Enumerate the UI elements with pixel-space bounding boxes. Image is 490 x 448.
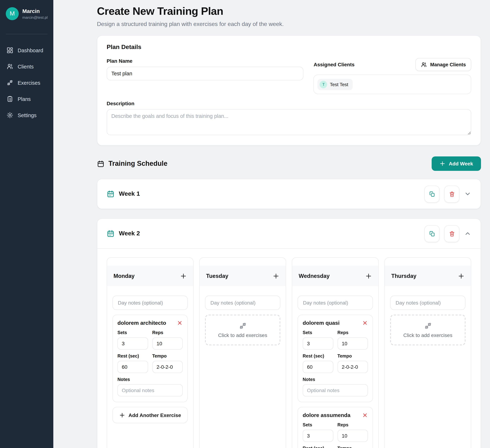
tempo-label: Tempo	[337, 446, 368, 448]
tempo-label: Tempo	[337, 354, 368, 359]
exercise-name: dolorem quasi	[303, 320, 340, 326]
exercise-card: dolorem architecto Sets Reps Rest (sec) …	[112, 315, 188, 402]
exercise-card: dolorem quasi Sets Reps Rest (sec) Tempo…	[298, 315, 373, 402]
rest-input[interactable]	[303, 361, 333, 373]
week-card-1: Week 1	[97, 179, 481, 209]
dumbbell-icon	[424, 322, 432, 330]
reps-label: Reps	[337, 422, 368, 427]
plan-name-input[interactable]	[107, 67, 304, 80]
duplicate-week-button[interactable]	[424, 185, 439, 202]
sets-label: Sets	[303, 422, 333, 427]
remove-exercise-icon[interactable]	[362, 412, 368, 418]
rest-label: Rest (sec)	[303, 354, 333, 359]
notes-label: Notes	[303, 377, 368, 382]
plan-details-card: Plan Details Plan Name Assigned Clients …	[97, 35, 481, 146]
sidebar-item-clients[interactable]: Clients	[3, 58, 51, 75]
week-title: Week 1	[119, 190, 140, 198]
day-column-wednesday: Wednesday dolorem quasi Sets	[292, 257, 379, 448]
copy-icon	[429, 191, 435, 197]
user-email: marcin@test.pl	[22, 15, 48, 20]
add-exercise-plus-icon[interactable]	[180, 273, 187, 279]
sets-input[interactable]	[117, 337, 148, 350]
user-name: Marcin	[22, 8, 48, 15]
day-name: Wednesday	[299, 273, 330, 279]
chevron-up-icon[interactable]	[464, 230, 471, 237]
day-column-tuesday: Tuesday Click to add exercises	[199, 257, 286, 448]
trash-icon	[449, 191, 455, 197]
calendar-icon	[107, 190, 114, 198]
sidebar-item-exercises[interactable]: Exercises	[3, 75, 51, 91]
client-initial-badge: T	[320, 80, 327, 88]
day-notes-input[interactable]	[390, 296, 465, 310]
empty-day-dropzone[interactable]: Click to add exercises	[390, 315, 465, 345]
week-days: Monday dolorem architecto Sets	[97, 249, 481, 448]
app-window: M Marcin marcin@test.pl Dashboard Client…	[0, 0, 490, 448]
training-schedule-header: Training Schedule Add Week	[97, 156, 481, 171]
sidebar-item-dashboard[interactable]: Dashboard	[3, 42, 51, 58]
week-title: Week 2	[119, 230, 140, 237]
day-name: Thursday	[391, 273, 417, 279]
manage-clients-button[interactable]: Manage Clients	[415, 58, 471, 71]
remove-exercise-icon[interactable]	[177, 320, 183, 326]
day-column-thursday: Thursday Click to add exercises	[385, 257, 471, 448]
add-exercise-plus-icon[interactable]	[458, 273, 464, 279]
user-profile[interactable]: M Marcin marcin@test.pl	[0, 0, 53, 20]
add-exercise-plus-icon[interactable]	[273, 273, 279, 279]
sidebar-item-label: Clients	[18, 64, 34, 69]
sidebar: M Marcin marcin@test.pl Dashboard Client…	[0, 0, 53, 448]
exercise-name: dolore assumenda	[303, 412, 350, 418]
sidebar-item-plans[interactable]: Plans	[3, 91, 51, 107]
description-label: Description	[107, 101, 471, 106]
reps-input[interactable]	[152, 337, 183, 350]
description-input[interactable]	[107, 109, 471, 135]
page-subtitle: Design a structured training plan with e…	[97, 21, 481, 27]
sidebar-divider	[6, 34, 48, 34]
plan-name-field: Plan Name	[107, 58, 304, 94]
add-week-button[interactable]: Add Week	[431, 156, 481, 171]
remove-exercise-icon[interactable]	[362, 320, 368, 326]
assigned-clients-field: Assigned Clients Manage Clients T Test T…	[314, 58, 471, 94]
tempo-input[interactable]	[337, 361, 368, 373]
assigned-clients-label: Assigned Clients	[314, 62, 355, 67]
day-notes-input[interactable]	[298, 296, 373, 310]
sidebar-item-settings[interactable]: Settings	[3, 107, 51, 123]
assigned-clients-box: T Test Test	[314, 75, 471, 94]
delete-week-button[interactable]	[444, 225, 459, 242]
delete-week-button[interactable]	[444, 185, 459, 202]
sets-input[interactable]	[303, 337, 333, 350]
exercise-name: dolorem architecto	[117, 320, 166, 326]
copy-icon	[429, 230, 435, 237]
day-notes-input[interactable]	[205, 296, 280, 310]
reps-label: Reps	[152, 330, 183, 335]
empty-day-dropzone[interactable]: Click to add exercises	[205, 315, 280, 345]
calendar-icon	[107, 229, 114, 237]
sidebar-item-label: Settings	[18, 112, 36, 118]
empty-day-label: Click to add exercises	[403, 332, 452, 338]
tempo-label: Tempo	[152, 354, 183, 359]
dumbbell-icon	[7, 79, 13, 86]
day-name: Monday	[114, 273, 135, 279]
sets-label: Sets	[117, 330, 148, 335]
tempo-input[interactable]	[152, 361, 183, 373]
calendar-icon	[97, 160, 105, 167]
gear-icon	[7, 112, 13, 119]
reps-input[interactable]	[337, 337, 368, 350]
client-chip[interactable]: T Test Test	[318, 79, 352, 90]
rest-input[interactable]	[117, 361, 148, 373]
dumbbell-icon	[239, 322, 247, 330]
manage-clients-label: Manage Clients	[430, 62, 466, 67]
sidebar-item-label: Exercises	[18, 80, 40, 86]
exercise-notes-input[interactable]	[303, 384, 368, 396]
add-another-exercise-button[interactable]: Add Another Exercise	[112, 407, 188, 423]
day-column-monday: Monday dolorem architecto Sets	[107, 257, 193, 448]
day-notes-input[interactable]	[112, 296, 188, 310]
sets-input[interactable]	[303, 430, 333, 442]
duplicate-week-button[interactable]	[424, 225, 439, 242]
week-card-2: Week 2 Monday	[97, 219, 481, 448]
users-icon	[7, 63, 13, 70]
chevron-down-icon[interactable]	[464, 190, 471, 198]
add-exercise-plus-icon[interactable]	[365, 273, 372, 279]
reps-input[interactable]	[337, 430, 368, 442]
empty-day-label: Click to add exercises	[218, 332, 267, 338]
exercise-notes-input[interactable]	[117, 384, 183, 396]
